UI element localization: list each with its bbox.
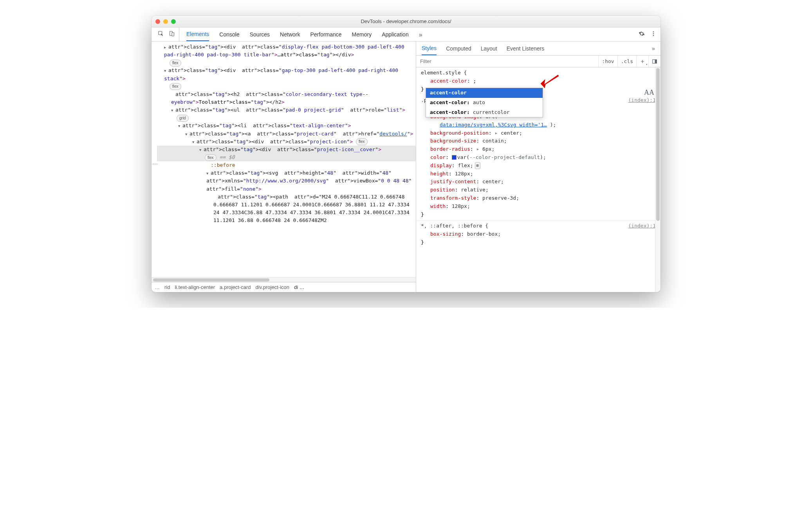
main-toolbar: Elements Console Sources Network Perform… [152, 27, 660, 42]
dom-node[interactable]: attr">class="tag"><div attr">class="disp… [157, 43, 416, 67]
tab-performance[interactable]: Performance [310, 28, 341, 41]
svg-rect-7 [655, 60, 657, 63]
panel-tabs: Elements Console Sources Network Perform… [179, 28, 637, 41]
rule-close: } [421, 238, 656, 247]
dom-node[interactable]: ::before [157, 161, 416, 169]
autocomplete-item[interactable]: accent-color [426, 88, 543, 98]
vertical-scrollbar[interactable] [655, 67, 660, 292]
inspect-element-icon[interactable] [158, 31, 164, 38]
breadcrumb-item[interactable]: li.text-align-center [175, 284, 215, 290]
rule-source-link[interactable]: (index):1 [628, 96, 656, 105]
dom-tree[interactable]: attr">class="tag"><div attr">class="disp… [152, 42, 416, 277]
layout-badge[interactable]: flex [356, 138, 368, 145]
titlebar: DevTools - developer.chrome.com/docs/ [152, 16, 660, 27]
dom-node[interactable]: attr">class="tag"><div attr">class="gap-… [157, 67, 416, 90]
autocomplete-item[interactable]: accent-color:auto [426, 98, 543, 108]
css-property[interactable]: transform-style: preserve-3d; [421, 194, 656, 202]
breadcrumb[interactable]: … rid li.text-align-center a.project-car… [152, 282, 416, 292]
dom-node[interactable]: attr">class="tag"><h2 attr">class="color… [157, 90, 416, 106]
css-property[interactable]: position: relative; [421, 186, 656, 194]
window-title: DevTools - developer.chrome.com/docs/ [152, 18, 660, 24]
styles-tabs: Styles Computed Layout Event Listeners » [416, 42, 660, 56]
breadcrumb-item[interactable]: a.project-card [220, 284, 251, 290]
autocomplete-popup[interactable]: accent-coloraccent-color:autoaccent-colo… [426, 88, 543, 117]
svg-rect-2 [172, 32, 174, 36]
annotation-arrow-icon [539, 71, 559, 94]
css-property[interactable]: justify-content: center; [421, 178, 656, 186]
settings-icon[interactable] [639, 31, 645, 38]
tab-network[interactable]: Network [280, 28, 300, 41]
toggle-computed-sidebar-icon[interactable] [648, 56, 660, 67]
rule-selector: *, ::after, ::before { [421, 223, 488, 229]
new-style-rule-button[interactable]: ▾ [636, 56, 648, 67]
tab-console[interactable]: Console [219, 28, 239, 41]
devtools-window: DevTools - developer.chrome.com/docs/ El… [152, 16, 660, 292]
rule-source-link[interactable]: (index):1 [628, 222, 656, 230]
tabs-overflow-icon[interactable]: » [419, 31, 425, 38]
css-property[interactable]: height: 128px; [421, 170, 656, 178]
tab-computed[interactable]: Computed [446, 42, 471, 55]
editing-property[interactable]: accent-color: ; [421, 77, 656, 85]
dom-node[interactable]: attr">class="tag"><path attr">d="M24 0.6… [157, 193, 416, 225]
dom-node[interactable]: attr">class="tag"><li attr">class="text-… [157, 122, 416, 130]
style-rule[interactable]: *, ::after, ::before { (index):1 box-siz… [416, 220, 660, 248]
tab-application[interactable]: Application [382, 28, 409, 41]
dom-node[interactable]: attr">class="tag"><div attr">class="proj… [157, 146, 416, 161]
autocomplete-item[interactable]: accent-color:currentcolor [426, 108, 543, 117]
styles-pane[interactable]: element.style { accent-color: ; } accent… [416, 67, 660, 292]
svg-point-3 [653, 31, 654, 32]
filter-bar: :hov .cls ▾ [416, 56, 660, 67]
horizontal-scrollbar[interactable] [152, 277, 416, 282]
breadcrumb-item[interactable]: di … [294, 284, 305, 290]
tab-memory[interactable]: Memory [352, 28, 372, 41]
breadcrumb-ellipsis[interactable]: … [155, 284, 160, 290]
styles-tabs-overflow-icon[interactable]: » [652, 45, 655, 52]
tab-styles[interactable]: Styles [422, 42, 437, 55]
breadcrumb-item[interactable]: div.project-icon [256, 284, 289, 290]
svg-point-4 [653, 33, 654, 34]
css-property[interactable]: background-position: ▸ center; [421, 129, 656, 137]
tab-elements[interactable]: Elements [186, 28, 209, 41]
tab-event-listeners[interactable]: Event Listeners [507, 42, 545, 55]
rule-close: } [421, 211, 656, 219]
rule-selector: element.style { [421, 69, 656, 77]
sidebar-panel: Styles Computed Layout Event Listeners »… [416, 42, 660, 292]
gutter-ellipsis-icon: ⋯ [152, 161, 158, 167]
cls-toggle[interactable]: .cls [617, 56, 636, 67]
dom-node[interactable]: attr">class="tag"><ul attr">class="pad-0… [157, 106, 416, 122]
dom-node[interactable]: attr">class="tag"><div attr">class="proj… [157, 138, 416, 146]
tab-layout[interactable]: Layout [481, 42, 497, 55]
breadcrumb-item[interactable]: rid [164, 284, 170, 290]
filter-input[interactable] [416, 57, 598, 66]
main-split: ⋯ attr">class="tag"><div attr">class="di… [152, 42, 660, 292]
css-property[interactable]: width: 128px; [421, 202, 656, 211]
css-property[interactable]: background-size: contain; [421, 137, 656, 145]
dom-node[interactable]: attr">class="tag"><a attr">class="projec… [157, 130, 416, 138]
css-property[interactable]: color: var(--color-project-default); [421, 153, 656, 162]
tab-sources[interactable]: Sources [250, 28, 270, 41]
css-property[interactable]: display: flex;⊞ [421, 162, 656, 170]
elements-panel: ⋯ attr">class="tag"><div attr">class="di… [152, 42, 416, 292]
device-toolbar-icon[interactable] [169, 31, 175, 38]
style-rule-element[interactable]: element.style { accent-color: ; } accent… [416, 67, 660, 95]
dom-node[interactable]: attr">class="tag"><svg attr">height="48"… [157, 169, 416, 193]
css-property[interactable]: box-sizing: border-box; [421, 230, 656, 238]
css-property[interactable]: border-radius: ▸ 6px; [421, 145, 656, 153]
svg-point-5 [653, 35, 654, 36]
hov-toggle[interactable]: :hov [598, 56, 617, 67]
kebab-menu-icon[interactable] [650, 31, 657, 38]
